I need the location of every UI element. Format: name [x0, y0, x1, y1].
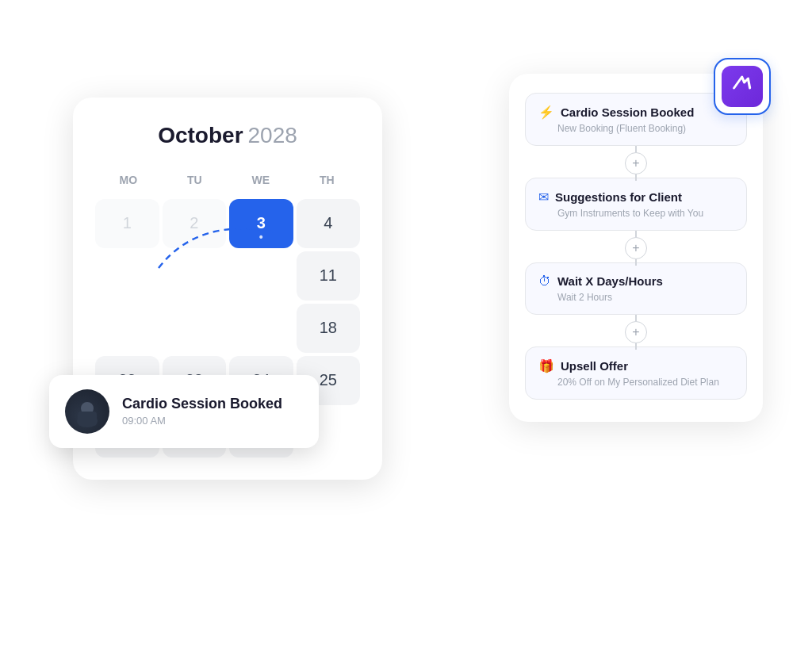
notification-title: Cardio Session Booked — [122, 396, 282, 413]
day-empty-4 — [95, 304, 159, 353]
day-4[interactable]: 4 — [297, 199, 361, 248]
lightning-icon: ⚡ — [538, 105, 554, 120]
weekday-th: TH — [294, 167, 361, 193]
calendar-month: October — [158, 123, 243, 147]
day-empty-6 — [229, 304, 293, 353]
flow-item-3-header: ⏱ Wait X Days/Hours — [538, 274, 733, 289]
flow-card: ⚡ Cardio Session Booked New Booking (Flu… — [509, 74, 763, 422]
clock-icon: ⏱ — [538, 274, 551, 289]
flow-item-4[interactable]: 🎁 Upsell Offer 20% Off on My Personalize… — [525, 346, 747, 400]
notification-text: Cardio Session Booked 09:00 AM — [122, 396, 282, 427]
flow-connector-1: + — [525, 149, 747, 178]
calendar-weekdays: MO TU WE TH — [95, 167, 360, 193]
avatar — [65, 389, 109, 434]
plus-circle-1[interactable]: + — [625, 152, 647, 174]
app-icon — [714, 58, 771, 115]
calendar-header: October2028 — [95, 123, 360, 148]
weekday-tu: TU — [162, 167, 228, 193]
gift-icon: 🎁 — [538, 358, 554, 373]
day-11[interactable]: 11 — [297, 251, 361, 301]
flow-item-4-header: 🎁 Upsell Offer — [538, 358, 733, 373]
app-logo-symbol — [727, 71, 756, 101]
flow-item-1-header: ⚡ Cardio Session Booked — [538, 105, 733, 120]
scene: October2028 MO TU WE TH 1 2 3 4 11 — [49, 34, 763, 637]
flow-subtitle-4: 20% Off on My Personalized Diet Plan — [557, 377, 733, 388]
flow-title-2: Suggestions for Client — [555, 190, 682, 204]
flow-item-3[interactable]: ⏱ Wait X Days/Hours Wait 2 Hours — [525, 262, 747, 315]
weekday-mo: MO — [95, 167, 162, 193]
flow-title-3: Wait X Days/Hours — [557, 274, 663, 288]
day-empty-2 — [163, 251, 227, 301]
weekday-we: WE — [228, 167, 294, 193]
flow-item-2-header: ✉ Suggestions for Client — [538, 190, 733, 205]
flow-subtitle-1: New Booking (Fluent Booking) — [557, 123, 733, 134]
flow-item-2[interactable]: ✉ Suggestions for Client Gym Instruments… — [525, 178, 747, 231]
app-icon-inner — [722, 66, 763, 107]
svg-rect-2 — [78, 412, 97, 426]
email-icon: ✉ — [538, 190, 549, 205]
plus-circle-2[interactable]: + — [625, 237, 647, 259]
flow-title-1: Cardio Session Booked — [561, 105, 694, 119]
notification-time: 09:00 AM — [122, 415, 282, 427]
day-3[interactable]: 3 — [229, 199, 293, 248]
day-empty-3 — [229, 251, 293, 301]
flow-title-4: Upsell Offer — [561, 359, 628, 373]
calendar-year: 2028 — [248, 123, 297, 147]
flow-subtitle-3: Wait 2 Hours — [557, 292, 733, 303]
day-2[interactable]: 2 — [163, 199, 227, 248]
day-1[interactable]: 1 — [95, 199, 159, 248]
flow-connector-3: + — [525, 318, 747, 346]
plus-circle-3[interactable]: + — [625, 321, 647, 343]
flow-connector-2: + — [525, 234, 747, 262]
day-18[interactable]: 18 — [297, 304, 361, 353]
flow-subtitle-2: Gym Instruments to Keep with You — [557, 208, 733, 219]
day-empty-5 — [163, 304, 227, 353]
day-empty-1 — [95, 251, 159, 301]
notification-card: Cardio Session Booked 09:00 AM — [49, 375, 319, 448]
